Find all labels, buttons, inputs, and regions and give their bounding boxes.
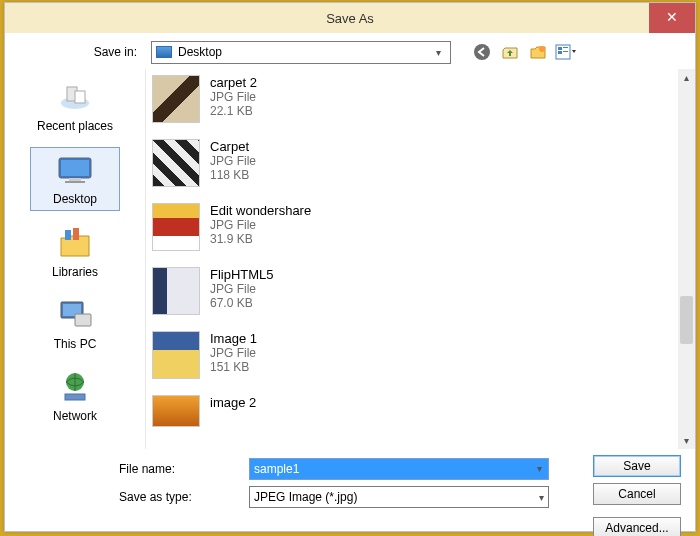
file-thumbnail [152, 75, 200, 123]
svg-rect-11 [61, 160, 89, 176]
save-as-type-label: Save as type: [19, 490, 249, 504]
svg-rect-13 [65, 181, 85, 183]
advanced-button[interactable]: Advanced... [593, 517, 681, 536]
network-icon [55, 369, 95, 405]
places-network[interactable]: Network [30, 365, 120, 427]
back-button[interactable] [471, 41, 493, 63]
chevron-down-icon: ▾ [539, 492, 544, 503]
file-item[interactable]: Carpet JPG File 118 KB [152, 137, 671, 201]
file-type: JPG File [210, 218, 311, 232]
places-label: Desktop [31, 192, 119, 206]
close-button[interactable]: ✕ [649, 3, 695, 33]
save-in-value: Desktop [178, 45, 430, 59]
file-list-pane: carpet 2 JPG File 22.1 KB Carpet JPG Fil… [145, 69, 695, 449]
scroll-thumb[interactable] [680, 296, 693, 344]
file-item[interactable]: Image 1 JPG File 151 KB [152, 329, 671, 393]
places-recent[interactable]: Recent places [30, 75, 120, 137]
svg-point-1 [539, 46, 545, 52]
svg-rect-15 [73, 228, 79, 240]
up-one-level-button[interactable] [499, 41, 521, 63]
file-type: JPG File [210, 346, 257, 360]
places-desktop[interactable]: Desktop [30, 147, 120, 211]
file-size: 67.0 KB [210, 296, 274, 310]
bottom-panel: File name: ▾ Save as type: JPEG Image (*… [5, 449, 695, 536]
places-this-pc[interactable]: This PC [30, 293, 120, 355]
svg-rect-14 [65, 230, 71, 240]
recent-places-icon [55, 79, 95, 115]
places-bar: Recent places Desktop Libraries This PC [5, 69, 145, 449]
save-in-label: Save in: [17, 45, 145, 59]
scroll-up-icon[interactable]: ▴ [678, 69, 695, 86]
save-in-dropdown[interactable]: Desktop ▾ [151, 41, 451, 64]
file-name-input[interactable] [249, 458, 549, 480]
file-name-label: File name: [19, 462, 249, 476]
svg-rect-12 [69, 178, 81, 181]
file-size: 118 KB [210, 168, 256, 182]
file-name: image 2 [210, 395, 256, 410]
dialog-title: Save As [5, 11, 695, 26]
svg-rect-18 [75, 314, 91, 326]
this-pc-icon [55, 297, 95, 333]
svg-rect-9 [75, 91, 85, 103]
desktop-icon [55, 152, 95, 188]
svg-rect-6 [563, 51, 568, 52]
file-item[interactable]: carpet 2 JPG File 22.1 KB [152, 73, 671, 137]
save-as-dialog: Save As ✕ Save in: Desktop ▾ [4, 2, 696, 532]
scrollbar[interactable]: ▴ ▾ [678, 69, 695, 449]
save-as-type-value: JPEG Image (*.jpg) [254, 490, 357, 504]
file-list[interactable]: carpet 2 JPG File 22.1 KB Carpet JPG Fil… [146, 69, 677, 449]
close-icon: ✕ [666, 9, 678, 25]
svg-point-0 [474, 44, 490, 60]
file-name: Image 1 [210, 331, 257, 346]
places-label: Recent places [30, 119, 120, 133]
file-item[interactable]: Edit wondershare JPG File 31.9 KB [152, 201, 671, 265]
svg-rect-5 [563, 47, 568, 48]
file-size: 22.1 KB [210, 104, 257, 118]
file-type: JPG File [210, 90, 257, 104]
file-thumbnail [152, 267, 200, 315]
save-as-type-dropdown[interactable]: JPEG Image (*.jpg) ▾ [249, 486, 549, 508]
places-label: Network [30, 409, 120, 423]
new-folder-button[interactable] [527, 41, 549, 63]
chevron-down-icon[interactable]: ▾ [531, 460, 547, 478]
file-item[interactable]: FlipHTML5 JPG File 67.0 KB [152, 265, 671, 329]
file-type: JPG File [210, 282, 274, 296]
file-name: FlipHTML5 [210, 267, 274, 282]
places-libraries[interactable]: Libraries [30, 221, 120, 283]
desktop-icon [156, 46, 172, 58]
places-label: This PC [30, 337, 120, 351]
file-thumbnail [152, 139, 200, 187]
view-menu-button[interactable] [555, 41, 577, 63]
save-button[interactable]: Save [593, 455, 681, 477]
libraries-icon [55, 225, 95, 261]
chevron-down-icon: ▾ [430, 47, 446, 58]
file-thumbnail [152, 395, 200, 427]
file-name: Edit wondershare [210, 203, 311, 218]
file-thumbnail [152, 203, 200, 251]
location-bar: Save in: Desktop ▾ [5, 33, 695, 69]
svg-rect-4 [558, 51, 562, 54]
cancel-button[interactable]: Cancel [593, 483, 681, 505]
file-name: Carpet [210, 139, 256, 154]
file-name: carpet 2 [210, 75, 257, 90]
scroll-down-icon[interactable]: ▾ [678, 432, 695, 449]
file-item[interactable]: image 2 [152, 393, 671, 433]
file-size: 31.9 KB [210, 232, 311, 246]
file-type: JPG File [210, 154, 256, 168]
file-size: 151 KB [210, 360, 257, 374]
svg-rect-3 [558, 47, 562, 50]
svg-rect-20 [65, 394, 85, 400]
places-label: Libraries [30, 265, 120, 279]
file-thumbnail [152, 331, 200, 379]
titlebar: Save As ✕ [5, 3, 695, 33]
